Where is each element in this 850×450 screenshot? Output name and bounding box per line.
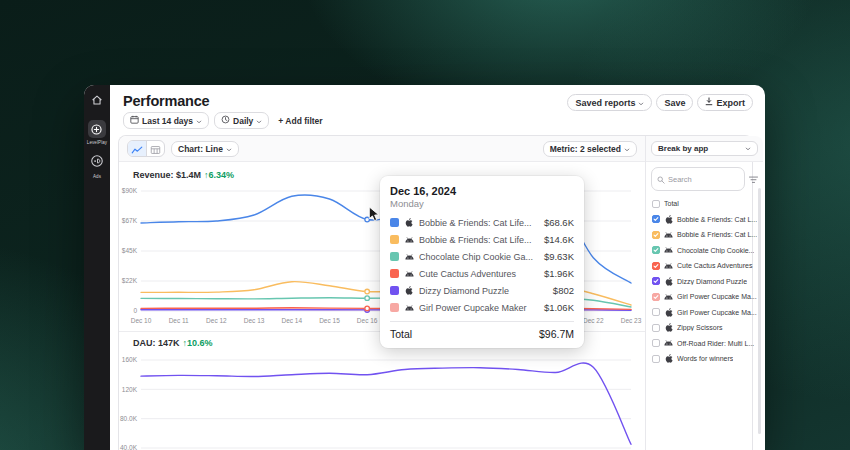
checkbox[interactable] [652,231,660,239]
tooltip-day: Monday [390,198,574,209]
app-filter-label: Total [664,200,679,207]
checkbox[interactable] [652,355,660,363]
breakdown-panel: Break by app TotalBobbie & Friends: Cat … [645,136,763,450]
line-chart-icon [131,140,143,157]
table-view-button[interactable] [146,141,164,156]
android-icon [404,305,414,311]
svg-text:Dec 13: Dec 13 [244,317,265,324]
svg-text:Dec 12: Dec 12 [206,317,227,324]
apple-icon [404,286,414,295]
tooltip-row: Girl Power Cupcake Maker$1.06K [390,299,574,316]
chart-toolbar: Chart: Line Metric: 2 selected [119,136,645,162]
app-search-row [646,162,763,194]
checkbox[interactable] [652,215,660,223]
svg-text:Dec 10: Dec 10 [131,317,152,324]
chevron-down-icon [745,144,751,153]
tooltip-app-value: $9.63K [544,251,574,262]
app-filter-item[interactable]: Chocolate Chip Cookie... [652,243,757,259]
clock-icon [221,115,230,126]
sidebar-item-ads[interactable]: Ads [90,154,104,179]
chevron-down-icon [624,144,630,154]
checkbox[interactable] [652,308,660,316]
app-filter-list: TotalBobbie & Friends: Cat L...Bobbie & … [646,194,763,367]
calendar-icon [130,115,139,126]
svg-text:Dec 16: Dec 16 [357,317,378,324]
revenue-change-badge: ↑6.34% [204,170,234,180]
app-filter-item[interactable]: Girl Power Cupcake Ma... [652,289,757,305]
tooltip-total-row: Total $96.7M [390,321,574,340]
app-filter-item[interactable]: Zippy Scissors [652,320,757,336]
sidebar-item-home[interactable] [90,93,104,111]
checkbox[interactable] [652,246,660,254]
apple-icon [404,218,414,227]
search-input[interactable] [668,175,739,184]
date-range-filter[interactable]: Last 14 days [123,112,209,129]
table-icon [150,140,161,157]
granularity-filter[interactable]: Daily [214,112,269,129]
apple-icon [664,308,673,317]
svg-text:$22K: $22K [122,277,138,284]
search-icon [657,170,665,188]
app-filter-item[interactable]: Off-Road Rider: Multi L... [652,336,757,352]
dau-line-chart[interactable]: 160K120K80.0K40.0K [119,351,646,450]
apple-icon [664,354,673,363]
scrollbar[interactable] [758,188,761,434]
plus-icon: + [278,116,283,126]
app-filter-item[interactable]: Bobbie & Friends: Cat L... [652,227,757,243]
app-filter-item[interactable]: Girl Power Cupcake Ma... [652,305,757,321]
sidebar-item-levelplay[interactable]: LevelPlay [87,120,107,145]
svg-text:Dec 14: Dec 14 [281,317,302,324]
tooltip-date: Dec 16, 2024 [390,185,574,197]
series-color-swatch [390,303,399,312]
break-by-dropdown[interactable]: Break by app [651,141,758,156]
tooltip-app-name: Girl Power Cupcake Maker [419,303,539,313]
app-filter-label: Girl Power Cupcake Ma... [677,309,757,316]
tooltip-row: Cute Cactus Adventures$1.96K [390,265,574,282]
series-color-swatch [390,252,399,261]
chevron-down-icon [638,98,644,108]
checkbox[interactable] [652,200,660,208]
checkbox[interactable] [652,324,660,332]
sidebar-item-label: Ads [93,174,101,179]
page-title: Performance [123,93,209,109]
checkbox[interactable] [652,277,660,285]
svg-text:80.0K: 80.0K [120,415,138,422]
saved-reports-button[interactable]: Saved reports [567,94,652,111]
filter-icon[interactable] [749,170,758,188]
checkbox[interactable] [652,293,660,301]
svg-text:Dec 23: Dec 23 [621,317,642,324]
breakdown-panel-header: Break by app [646,136,763,162]
search-box[interactable] [651,167,745,191]
metric-dropdown[interactable]: Metric: 2 selected [543,141,637,157]
tooltip-app-value: $14.6K [544,234,574,245]
checkbox[interactable] [652,339,660,347]
app-filter-item[interactable]: Total [652,196,757,212]
tooltip-row: Bobbie & Friends: Cat Life...$68.6K [390,214,574,231]
android-icon [404,271,414,277]
app-filter-label: Words for winners [677,355,733,362]
ads-icon [90,154,104,172]
line-view-button[interactable] [128,141,146,156]
svg-text:$45K: $45K [122,247,138,254]
app-filter-label: Off-Road Rider: Multi L... [677,340,754,347]
app-filter-item[interactable]: Cute Cactus Adventures [652,258,757,274]
app-filter-item[interactable]: Words for winners [652,351,757,367]
sidebar-item-label: LevelPlay [87,140,107,145]
checkbox[interactable] [652,262,660,270]
tooltip-app-value: $1.06K [544,302,574,313]
app-filter-item[interactable]: Dizzy Diamond Puzzle [652,274,757,290]
header-actions: Saved reports Save Export [567,94,753,111]
svg-text:Dec 11: Dec 11 [169,317,189,324]
svg-text:Dec 22: Dec 22 [583,317,604,324]
chart-type-dropdown[interactable]: Chart: Line [171,141,239,157]
app-filter-label: Bobbie & Friends: Cat L... [677,231,757,238]
tooltip-app-value: $802 [553,285,574,296]
save-button[interactable]: Save [656,94,693,111]
app-filter-item[interactable]: Bobbie & Friends: Cat L... [652,212,757,228]
export-button[interactable]: Export [697,94,753,111]
add-filter-button[interactable]: + Add filter [274,114,326,128]
filter-bar: Last 14 days Daily + Add filter [123,112,327,129]
android-icon [404,254,414,260]
apple-icon [664,215,673,224]
app-filter-label: Zippy Scissors [677,324,723,331]
